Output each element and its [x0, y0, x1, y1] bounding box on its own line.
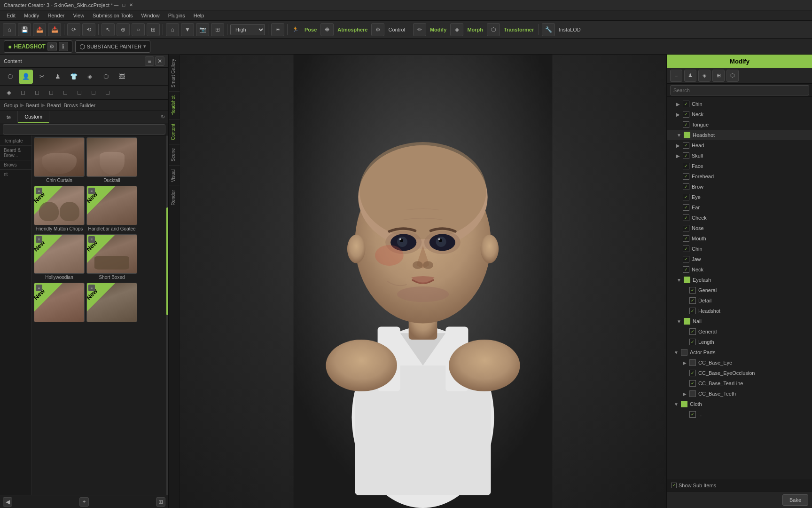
tree-nail[interactable]: ▼ ✓ Nail — [667, 316, 812, 326]
check-brow[interactable]: ✓ — [683, 183, 689, 190]
icon-render2[interactable]: 🖼 — [115, 70, 129, 84]
icon-unknown3[interactable]: □ — [31, 87, 43, 99]
tree-actor-parts[interactable]: ▼ Actor Parts — [667, 347, 812, 357]
category-template[interactable]: Template — [0, 136, 31, 146]
category-brows[interactable]: Brows — [0, 160, 31, 170]
menu-window[interactable]: Window — [138, 12, 164, 19]
close-btn[interactable]: ✕ — [128, 2, 134, 8]
check-cc-teeth[interactable] — [689, 390, 696, 397]
check-length-nail[interactable]: ✓ — [689, 339, 696, 345]
icon-unknown2[interactable]: □ — [17, 87, 29, 99]
tree-chin[interactable]: ▶ ✓ Chin — [667, 99, 812, 109]
sidetab-visual[interactable]: Visual — [169, 165, 180, 186]
category-content[interactable]: nt — [0, 170, 31, 179]
tree-skull[interactable]: ▶ ✓ Skull — [667, 151, 812, 161]
rotate2-icon[interactable]: ⟲ — [82, 23, 95, 36]
down-icon[interactable]: ▼ — [181, 23, 194, 36]
title-bar-controls[interactable]: — □ ✕ — [113, 2, 134, 8]
rotate-icon[interactable]: ⟳ — [67, 23, 80, 36]
tree-cc-tearline[interactable]: ✓ CC_Base_TearLine — [667, 378, 812, 389]
tree-forehead[interactable]: ✓ Forehead — [667, 171, 812, 182]
camera-icon[interactable]: 📷 — [196, 23, 209, 36]
tree-neck2[interactable]: ✓ Neck — [667, 264, 812, 275]
menu-render[interactable]: Render — [44, 12, 68, 19]
transformer-icon[interactable]: ⬡ — [487, 23, 500, 36]
icon-clothing[interactable]: 👕 — [67, 70, 81, 84]
check-head[interactable]: ✓ — [683, 142, 689, 149]
substance-button[interactable]: ⬡ SUBSTANCE PAINTER ▾ — [75, 40, 150, 53]
check-cc-base-eye[interactable] — [689, 359, 696, 366]
menu-submission[interactable]: Submission Tools — [89, 12, 136, 19]
grid-item-ducktail[interactable]: Ducktail — [86, 137, 137, 184]
headshot-info-icon[interactable]: ℹ — [59, 42, 68, 51]
tree-jaw[interactable]: ✓ Jaw — [667, 254, 812, 264]
expand-neck-top[interactable]: ▶ — [675, 111, 681, 118]
add-icon[interactable]: + — [79, 497, 89, 507]
menu-modify[interactable]: Modify — [20, 12, 43, 19]
check-forehead[interactable]: ✓ — [683, 173, 689, 180]
expand-headshot[interactable]: ▼ — [676, 132, 682, 138]
icon-unknown4[interactable]: □ — [45, 87, 57, 99]
tree-length-nail[interactable]: ✓ Length — [667, 337, 812, 347]
house2-icon[interactable]: ⌂ — [166, 23, 179, 36]
import-icon[interactable]: 📤 — [33, 23, 46, 36]
tree-cloth[interactable]: ▼ ✓ Cloth — [667, 399, 812, 409]
tree-general-el[interactable]: ✓ General — [667, 285, 812, 295]
tree-headshot[interactable]: ▼ ✓ Headshot — [667, 130, 812, 140]
grid-view-icon[interactable]: ⊞ — [156, 497, 165, 507]
expand-cloth[interactable]: ▼ — [673, 401, 679, 407]
bake-button[interactable]: Bake — [782, 494, 808, 506]
thumb-new2[interactable]: New ≡ — [86, 283, 137, 322]
morph-icon[interactable]: ◈ — [450, 23, 463, 36]
breadcrumb-builder[interactable]: Beard_Brows Builder — [47, 103, 95, 108]
mod-sliders-icon[interactable]: ≡ — [670, 70, 682, 82]
scale-icon[interactable]: ⊞ — [147, 23, 160, 36]
content-close-icon[interactable]: ✕ — [155, 56, 164, 66]
thumb-hollywoodian[interactable]: New ≡ — [34, 234, 85, 274]
check-eye[interactable]: ✓ — [683, 194, 689, 200]
icon-face[interactable]: 👤 — [19, 70, 33, 84]
category-beard[interactable]: Beard & Brow... — [0, 146, 31, 160]
grid-item-short-boxed[interactable]: New ≡ Short Boxed — [86, 234, 137, 281]
expand-eyelash[interactable]: ▼ — [676, 277, 682, 283]
tree-head[interactable]: ▶ ✓ Head — [667, 140, 812, 151]
check-nail[interactable]: ✓ — [684, 318, 690, 325]
tree-nose[interactable]: ✓ Nose — [667, 223, 812, 233]
headshot-settings-icon[interactable]: ⚙ — [47, 42, 57, 51]
menu-plugins[interactable]: Plugins — [164, 12, 189, 19]
show-sub-checkbox[interactable]: ✓ — [671, 483, 677, 488]
atmosphere-icon[interactable]: ❋ — [320, 23, 334, 36]
expand-cc-base-eye[interactable]: ▶ — [681, 359, 688, 366]
icon-accessory[interactable]: ◈ — [83, 70, 97, 84]
right-search-input[interactable] — [670, 85, 809, 95]
icon-unknown6[interactable]: □ — [73, 87, 86, 99]
tree-neck-top[interactable]: ▶ ✓ Neck — [667, 109, 812, 119]
check-eyelash[interactable]: ✓ — [684, 277, 690, 283]
sidetab-smart-gallery[interactable]: Smart Gallery — [169, 55, 180, 91]
tree-eye[interactable]: ✓ Eye — [667, 192, 812, 202]
menu-view[interactable]: View — [69, 12, 88, 19]
check-detail-el[interactable]: ✓ — [689, 297, 696, 304]
menu-help[interactable]: Help — [190, 12, 208, 19]
expand-chin[interactable]: ▶ — [675, 101, 681, 107]
headshot-button[interactable]: ● HEADSHOT ⚙ ℹ — [4, 40, 72, 53]
check-chin2[interactable]: ✓ — [683, 246, 689, 252]
check-skull[interactable]: ✓ — [683, 152, 689, 159]
check-ear[interactable]: ✓ — [683, 204, 689, 211]
sidetab-scene[interactable]: Scene — [169, 144, 180, 165]
thumb-ducktail[interactable] — [86, 137, 137, 177]
quality-dropdown[interactable]: High Low Medium Ultra — [230, 24, 265, 35]
minimize-btn[interactable]: — — [113, 2, 119, 8]
thumb-handlebar[interactable]: New ≡ — [86, 186, 137, 225]
expand-actor-parts[interactable]: ▼ — [673, 349, 679, 356]
icon-hair[interactable]: ♟ — [51, 70, 65, 84]
export-icon[interactable]: 📥 — [48, 23, 61, 36]
sidetab-headshot[interactable]: Headshot — [169, 91, 180, 119]
scrollbar-thumb[interactable] — [166, 207, 168, 315]
check-actor-parts[interactable] — [681, 349, 687, 356]
grid-item-new1[interactable]: New ≡ — [34, 283, 85, 324]
tree-chin2[interactable]: ✓ Chin — [667, 244, 812, 254]
expand-skull[interactable]: ▶ — [675, 152, 681, 159]
rotate3-icon[interactable]: ○ — [132, 23, 145, 36]
breadcrumb-beard[interactable]: Beard — [26, 103, 39, 108]
